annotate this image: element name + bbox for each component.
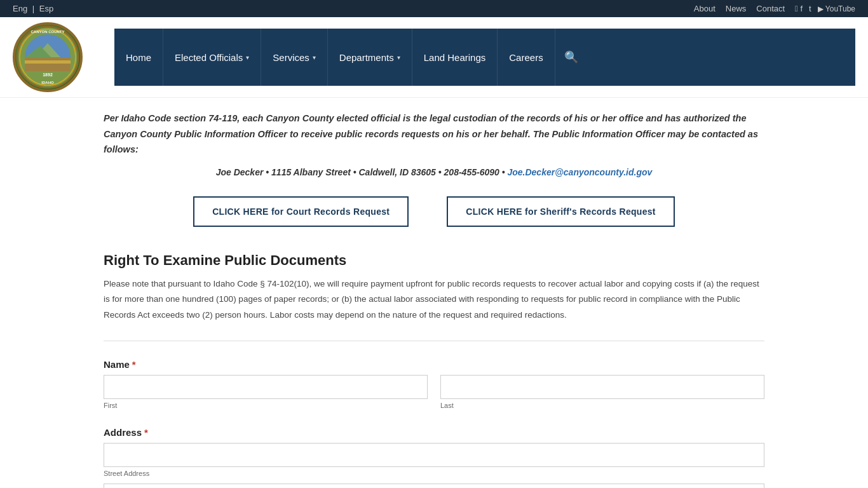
- svg-text:1892: 1892: [43, 72, 53, 77]
- main-nav: Home Elected Officials ▾ Services ▾ Depa…: [114, 29, 855, 86]
- about-link[interactable]: About: [694, 4, 715, 13]
- main-content: Per Idaho Code section 74-119, each Cany…: [85, 98, 783, 488]
- public-records-form: Name * First Last Address *: [104, 359, 764, 488]
- services-arrow: ▾: [313, 54, 316, 61]
- section-description: Please note that pursuant to Idaho Code …: [104, 276, 764, 323]
- language-switcher[interactable]: Eng | Esp: [13, 4, 53, 13]
- name-group: Name * First Last: [104, 359, 764, 409]
- last-name-input[interactable]: [440, 375, 764, 399]
- header: CANYON COUNTY IDAHO 1892 Home Elected Of…: [0, 17, 868, 98]
- address-label: Address *: [104, 427, 764, 438]
- youtube-icon[interactable]: ▶ YouTube: [818, 4, 855, 13]
- nav-careers[interactable]: Careers: [498, 29, 555, 86]
- contact-link[interactable]: Contact: [756, 4, 785, 13]
- lang-esp-link[interactable]: Esp: [39, 4, 53, 13]
- svg-rect-4: [25, 57, 71, 71]
- seal-svg: CANYON COUNTY IDAHO 1892: [16, 25, 79, 89]
- first-name-col: First: [104, 375, 428, 409]
- news-link[interactable]: News: [726, 4, 747, 13]
- intro-paragraph: Per Idaho Code section 74-119, each Cany…: [104, 111, 764, 158]
- social-icons:  f t ▶ YouTube: [795, 4, 855, 13]
- last-name-label: Last: [440, 402, 764, 409]
- street-address-row: Street Address: [104, 443, 764, 477]
- name-row: First Last: [104, 375, 764, 409]
- nav-land-hearings[interactable]: Land Hearings: [412, 29, 498, 86]
- form-divider: [104, 341, 764, 341]
- departments-arrow: ▾: [397, 54, 400, 61]
- address2-input[interactable]: [104, 484, 764, 488]
- nav-home[interactable]: Home: [114, 29, 163, 86]
- nav-elected-officials[interactable]: Elected Officials ▾: [163, 29, 261, 86]
- svg-text:IDAHO: IDAHO: [41, 81, 54, 85]
- lang-separator: |: [32, 4, 34, 13]
- contact-email-link[interactable]: Joe.Decker@canyoncounty.id.gov: [507, 167, 652, 177]
- logo-area: CANYON COUNTY IDAHO 1892: [13, 17, 114, 97]
- nav-search-icon[interactable]: 🔍: [555, 29, 587, 86]
- facebook-icon[interactable]:  f: [795, 4, 803, 13]
- section-title: Right To Examine Public Documents: [104, 252, 764, 269]
- lang-eng-link[interactable]: Eng: [13, 4, 27, 13]
- street-address-label: Street Address: [104, 470, 764, 477]
- county-seal: CANYON COUNTY IDAHO 1892: [13, 22, 83, 92]
- top-bar: Eng | Esp About News Contact  f t ▶ You…: [0, 0, 868, 17]
- twitter-icon[interactable]: t: [809, 4, 811, 13]
- first-name-input[interactable]: [104, 375, 428, 399]
- nav-departments[interactable]: Departments ▾: [328, 29, 412, 86]
- court-records-button[interactable]: CLICK HERE for Court Records Request: [193, 196, 409, 227]
- request-buttons: CLICK HERE for Court Records Request CLI…: [104, 196, 764, 227]
- address2-row: Address Line 2: [104, 484, 764, 488]
- contact-line: Joe Decker • 1115 Albany Street • Caldwe…: [104, 167, 764, 177]
- first-name-label: First: [104, 402, 428, 409]
- elected-officials-arrow: ▾: [246, 54, 249, 61]
- address-group: Address * Street Address Address Line 2 …: [104, 427, 764, 488]
- address-required: *: [144, 427, 148, 438]
- top-bar-right: About News Contact  f t ▶ YouTube: [694, 4, 855, 13]
- svg-text:CANYON COUNTY: CANYON COUNTY: [31, 30, 64, 34]
- sheriff-records-button[interactable]: CLICK HERE for Sheriff's Records Request: [447, 196, 675, 227]
- name-label: Name *: [104, 359, 764, 370]
- svg-rect-5: [25, 60, 71, 64]
- street-address-input[interactable]: [104, 443, 764, 467]
- name-required: *: [132, 359, 136, 370]
- last-name-col: Last: [440, 375, 764, 409]
- nav-services[interactable]: Services ▾: [261, 29, 328, 86]
